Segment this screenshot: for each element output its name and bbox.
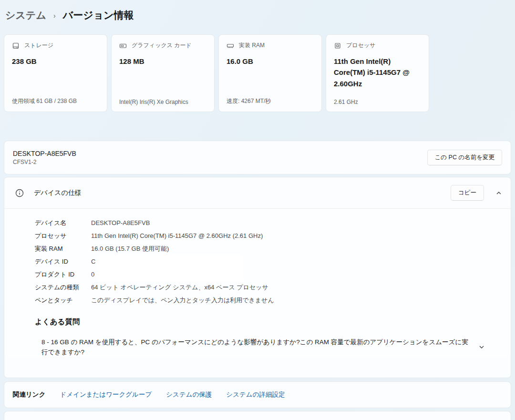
chevron-up-icon[interactable]: [495, 190, 502, 196]
rename-pc-button[interactable]: この PC の名前を変更: [427, 150, 502, 165]
spec-row-processor: プロセッサ 11th Gen Intel(R) Core(TM) i5-1145…: [35, 231, 511, 240]
chevron-down-icon[interactable]: [478, 344, 485, 350]
processor-icon: [334, 42, 341, 50]
ram-card-value: 16.0 GB: [227, 56, 314, 67]
ram-card-detail: 速度: 4267 MT/秒: [227, 97, 319, 105]
storage-card-value: 238 GB: [12, 56, 99, 67]
processor-card-value: 11th Gen Intel(R) Core(TM) i5-1145G7 @ 2…: [334, 56, 421, 89]
device-name: DESKTOP-A8E5FVB: [13, 150, 76, 157]
spec-row-device-id: デバイス ID C: [35, 257, 511, 266]
graphics-card-detail: Intel(R) Iris(R) Xe Graphics: [119, 99, 211, 105]
link-advanced-system-settings[interactable]: システムの詳細設定: [226, 390, 285, 399]
spec-row-pen-touch: ペンとタッチ このディスプレイでは、ペン入力とタッチ入力は利用できません: [35, 296, 511, 305]
device-name-card: DESKTOP-A8E5FVB CFSV1-2 この PC の名前を変更: [4, 141, 511, 174]
processor-card-detail: 2.61 GHz: [334, 99, 426, 105]
next-section-card: [4, 411, 511, 420]
ram-card[interactable]: 実装 RAM 16.0 GB 速度: 4267 MT/秒: [218, 34, 322, 112]
faq-title: よくある質問: [35, 317, 488, 327]
faq-question: 8 - 16 GB の RAM を使用すると、PC のパフォーマンスにどのような…: [41, 337, 471, 357]
info-icon: [15, 188, 24, 198]
device-model: CFSV1-2: [13, 159, 76, 165]
product-id-redaction: [97, 267, 243, 281]
related-links-card: 関連リンク ドメインまたはワークグループ システムの保護 システムの詳細設定: [4, 381, 511, 408]
graphics-card-value: 128 MB: [119, 56, 206, 67]
ram-icon: [227, 42, 234, 50]
breadcrumb-separator-icon: ›: [53, 11, 56, 20]
device-specs-body: デバイス名 DESKTOP-A8E5FVB プロセッサ 11th Gen Int…: [4, 209, 511, 357]
spec-row-ram: 実装 RAM 16.0 GB (15.7 GB 使用可能): [35, 244, 511, 253]
storage-card-label: ストレージ: [24, 41, 53, 50]
storage-card[interactable]: ストレージ 238 GB 使用領域 61 GB / 238 GB: [4, 34, 107, 112]
related-links-label: 関連リンク: [13, 390, 45, 399]
breadcrumb-system[interactable]: システム: [5, 9, 46, 22]
graphics-card[interactable]: グラフィックス カード 128 MB Intel(R) Iris(R) Xe G…: [111, 34, 215, 112]
device-specs-header[interactable]: デバイスの仕様 コピー: [4, 177, 511, 209]
faq-question-row[interactable]: 8 - 16 GB の RAM を使用すると、PC のパフォーマンスにどのような…: [35, 337, 488, 357]
storage-card-detail: 使用領域 61 GB / 238 GB: [12, 97, 104, 105]
summary-cards-row: ストレージ 238 GB 使用領域 61 GB / 238 GB グラフィックス…: [4, 34, 429, 112]
processor-card[interactable]: プロセッサ 11th Gen Intel(R) Core(TM) i5-1145…: [326, 34, 429, 112]
page-title: バージョン情報: [63, 9, 134, 22]
faq-section: よくある質問 8 - 16 GB の RAM を使用すると、PC のパフォーマン…: [35, 317, 511, 357]
spec-row-system-type: システムの種類 64 ビット オペレーティング システム、x64 ベース プロセ…: [35, 283, 511, 292]
graphics-card-icon: [119, 42, 127, 50]
link-system-protection[interactable]: システムの保護: [166, 390, 212, 399]
link-domain-or-workgroup[interactable]: ドメインまたはワークグループ: [60, 390, 152, 399]
spec-row-device-name: デバイス名 DESKTOP-A8E5FVB: [35, 218, 511, 227]
graphics-card-label: グラフィックス カード: [132, 41, 192, 50]
storage-icon: [12, 42, 20, 50]
spec-row-product-id: プロダクト ID 0: [35, 270, 511, 279]
processor-card-label: プロセッサ: [346, 41, 375, 50]
device-specs-card: デバイスの仕様 コピー デバイス名 DESKTOP-A8E5FVB プロセッサ …: [4, 177, 511, 378]
breadcrumb: システム › バージョン情報: [5, 9, 134, 22]
device-specs-title: デバイスの仕様: [34, 189, 82, 197]
device-id-redaction: [97, 255, 243, 268]
ram-card-label: 実装 RAM: [239, 41, 265, 50]
copy-button[interactable]: コピー: [451, 185, 484, 201]
